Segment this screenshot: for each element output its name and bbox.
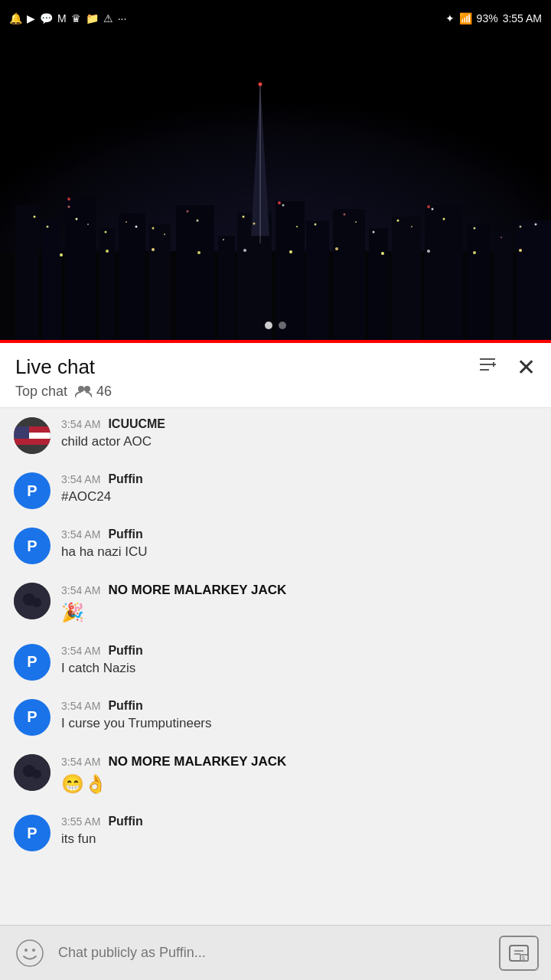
svg-point-43 xyxy=(373,231,375,234)
svg-point-37 xyxy=(253,223,256,225)
message-body: 3:54 AM Puffin I catch Nazis xyxy=(61,644,537,678)
svg-point-55 xyxy=(197,251,201,254)
svg-point-39 xyxy=(296,226,298,227)
notification-icon: 🔔 xyxy=(9,12,22,24)
svg-rect-16 xyxy=(392,217,421,343)
wifi-icon: 📶 xyxy=(459,12,472,24)
svg-point-88 xyxy=(24,949,28,952)
list-item: 3:54 AM ICUUCME child actor AOC xyxy=(0,408,551,463)
svg-rect-78 xyxy=(14,426,29,439)
svg-point-46 xyxy=(432,208,434,211)
svg-point-48 xyxy=(474,227,476,230)
svg-point-63 xyxy=(259,83,262,87)
svg-point-51 xyxy=(535,224,537,226)
warning-icon: ⚠ xyxy=(103,12,113,24)
svg-point-83 xyxy=(32,598,41,607)
chat-text-input[interactable] xyxy=(58,945,488,961)
svg-rect-7 xyxy=(119,213,145,343)
viewer-number: 46 xyxy=(96,384,112,400)
send-message-button[interactable]: $ xyxy=(499,936,539,971)
top-chat-label: Top chat xyxy=(15,384,67,400)
svg-point-60 xyxy=(427,250,430,253)
svg-point-52 xyxy=(60,253,63,256)
svg-rect-13 xyxy=(306,220,329,343)
avatar xyxy=(14,754,51,791)
list-item: P 3:54 AM Puffin ha ha nazi ICU xyxy=(0,518,551,573)
list-item: P 3:54 AM Puffin I catch Nazis xyxy=(0,635,551,690)
svg-rect-18 xyxy=(467,224,490,343)
bluetooth-icon: ✦ xyxy=(445,12,455,24)
svg-text:$: $ xyxy=(522,956,525,961)
svg-point-45 xyxy=(411,226,412,227)
filter-icon[interactable] xyxy=(477,354,498,381)
youtube-icon: ▶ xyxy=(27,12,35,24)
svg-rect-15 xyxy=(369,228,388,343)
svg-point-24 xyxy=(47,226,49,228)
message-body: 3:54 AM NO MORE MALARKEY JACK 🎉 xyxy=(61,583,537,626)
svg-point-61 xyxy=(473,251,476,254)
svg-point-42 xyxy=(355,221,357,223)
video-player[interactable] xyxy=(0,37,551,343)
battery-text: 93% xyxy=(477,12,498,24)
svg-point-50 xyxy=(520,226,522,228)
chat-controls: ✕ xyxy=(477,354,536,381)
svg-point-64 xyxy=(67,198,70,201)
svg-rect-6 xyxy=(99,228,115,343)
video-dots xyxy=(265,322,286,329)
avatar xyxy=(14,417,51,454)
chat-input-bar[interactable]: $ xyxy=(0,925,551,980)
live-chat-header: Live chat ✕ Top chat xyxy=(0,343,551,408)
svg-point-54 xyxy=(152,248,155,251)
live-chat-title: Live chat xyxy=(15,355,95,379)
avatar: P xyxy=(14,644,51,681)
avatar: P xyxy=(14,699,51,736)
svg-point-47 xyxy=(443,218,445,220)
avatar: P xyxy=(14,472,51,509)
svg-point-31 xyxy=(152,227,155,230)
svg-rect-8 xyxy=(149,224,171,343)
status-bar: 🔔 ▶ 💬 M ♛ 📁 ⚠ ··· ✦ 📶 93% 3:55 AM xyxy=(0,0,551,37)
message-body: 3:54 AM Puffin ha ha nazi ICU xyxy=(61,528,537,561)
svg-point-53 xyxy=(106,250,109,253)
time-text: 3:55 AM xyxy=(503,12,542,24)
emoji-button[interactable] xyxy=(12,936,47,971)
svg-point-29 xyxy=(126,221,127,223)
svg-point-86 xyxy=(32,769,41,779)
svg-point-32 xyxy=(164,234,165,235)
svg-point-35 xyxy=(223,239,224,240)
list-item: P 3:54 AM Puffin #AOC24 xyxy=(0,463,551,518)
svg-point-33 xyxy=(187,211,189,213)
mastodon-icon: M xyxy=(57,12,67,24)
viewer-icon xyxy=(75,385,92,399)
svg-point-40 xyxy=(315,224,317,226)
list-item: 3:54 AM NO MORE MALARKEY JACK 🎉 xyxy=(0,573,551,635)
svg-point-66 xyxy=(427,205,430,208)
svg-point-58 xyxy=(335,247,338,250)
svg-rect-17 xyxy=(425,205,463,343)
viewer-count: 46 xyxy=(75,384,112,400)
message-body: 3:54 AM Puffin I curse you Trumputineers xyxy=(61,699,537,733)
video-progress-bar[interactable] xyxy=(0,340,551,343)
svg-point-72 xyxy=(78,386,84,392)
svg-point-65 xyxy=(278,201,281,204)
list-item: P 3:54 AM Puffin I curse you Trumputinee… xyxy=(0,690,551,745)
svg-point-26 xyxy=(76,218,78,220)
close-icon[interactable]: ✕ xyxy=(517,354,536,381)
svg-point-38 xyxy=(282,204,285,207)
list-item: 3:54 AM NO MORE MALARKEY JACK 😁👌 xyxy=(0,745,551,806)
svg-rect-5 xyxy=(65,198,96,343)
svg-rect-10 xyxy=(218,236,235,343)
svg-point-27 xyxy=(87,224,89,225)
svg-point-44 xyxy=(397,220,399,222)
svg-point-41 xyxy=(344,214,346,216)
avatar: P xyxy=(14,528,51,564)
svg-point-30 xyxy=(135,226,138,228)
crown-icon: ♛ xyxy=(71,12,81,24)
folder-icon: 📁 xyxy=(86,12,99,24)
chat-icon: 💬 xyxy=(40,12,53,24)
message-body: 3:54 AM NO MORE MALARKEY JACK 😁👌 xyxy=(61,754,537,797)
avatar: P xyxy=(14,815,51,851)
svg-rect-3 xyxy=(15,205,38,343)
more-icon: ··· xyxy=(118,12,127,24)
list-item: P 3:55 AM Puffin its fun xyxy=(0,805,551,861)
